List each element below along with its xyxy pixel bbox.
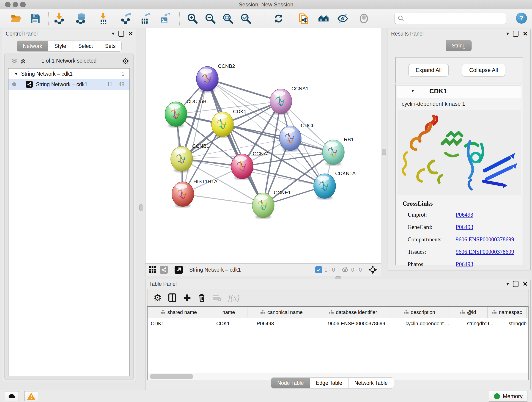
hide-selected-button[interactable]	[336, 12, 349, 25]
crosslink-link[interactable]: 9606.ENSP00000378699	[456, 249, 514, 255]
crosslink-link[interactable]: P06493	[456, 211, 473, 218]
cloud-status-button[interactable]	[5, 391, 19, 401]
network-node[interactable]: CDK1	[211, 109, 247, 138]
birdseye-grid-button[interactable]	[149, 266, 157, 274]
column-header-database-identifier[interactable]: database identifier	[316, 307, 390, 318]
network-options-gear-icon[interactable]: ⚙	[122, 56, 129, 66]
column-header-shared-name[interactable]: shared name	[147, 307, 210, 318]
delete-column-trash-icon[interactable]	[197, 293, 206, 302]
network-node[interactable]: RB1	[322, 137, 354, 166]
table-cell[interactable]: 9606.ENSP00000378699	[325, 321, 402, 327]
network-type-button[interactable]	[160, 266, 168, 274]
table-cell[interactable]: P06493	[253, 321, 325, 327]
export-image-button[interactable]	[158, 12, 171, 25]
crosslink-link[interactable]: P06493	[456, 224, 473, 230]
hidden-eye-icon[interactable]	[341, 266, 349, 274]
network-view-canvas[interactable]: CCNB2CCNA1CDC25BCDK1CDC6RB1CCNB1CCNA2CDK…	[145, 28, 381, 264]
left-splitter-handle[interactable]	[139, 204, 143, 211]
network-collection-row[interactable]: ▾ String Network – cdk1 1	[8, 69, 129, 79]
warnings-button[interactable]	[24, 391, 38, 401]
table-cell[interactable]: stringdb	[505, 321, 529, 327]
node-section-header[interactable]: ▾ CDK1	[397, 85, 521, 98]
panel-menu-icon[interactable]: ▾	[506, 31, 509, 36]
table-cell[interactable]: stringdb:9...	[464, 321, 505, 327]
network-edge[interactable]	[183, 194, 263, 205]
table-panel: Table Panel ▾ ✕ ⚙ f(x) shared namenameca…	[145, 279, 531, 390]
refresh-icon	[273, 13, 284, 24]
crosslink-link[interactable]: 9606.ENSP00000378699	[456, 236, 514, 243]
collapse-all-button[interactable]: Collapse All	[462, 64, 505, 76]
zoom-in-button[interactable]	[186, 12, 199, 25]
refresh-layout-button[interactable]	[272, 12, 285, 25]
close-panel-icon[interactable]: ✕	[523, 281, 528, 287]
tab-string[interactable]: String	[446, 40, 472, 51]
open-view-button[interactable]	[175, 266, 183, 274]
minimize-window-button[interactable]	[13, 2, 18, 7]
tab-style[interactable]: Style	[48, 41, 72, 51]
fit-crosshair-icon[interactable]	[368, 265, 377, 274]
panel-menu-icon[interactable]: ▾	[506, 281, 509, 287]
close-window-button[interactable]	[5, 2, 11, 7]
tab-select[interactable]: Select	[72, 41, 99, 51]
open-session-button[interactable]	[10, 12, 22, 25]
expand-all-button[interactable]: Expand All	[409, 64, 449, 76]
import-database-button[interactable]	[75, 12, 88, 25]
export-network-button[interactable]	[119, 12, 132, 25]
column-header-canonical-name[interactable]: canonical name	[247, 307, 316, 318]
column-header--id[interactable]: @id	[449, 307, 488, 318]
table-cell[interactable]: CDK1	[213, 321, 253, 327]
tab-network[interactable]: Network	[17, 41, 48, 51]
collection-expand-icon[interactable]: ▾	[15, 71, 17, 77]
create-column-plus-icon[interactable]	[183, 293, 191, 302]
home-views-button[interactable]	[317, 12, 330, 25]
scrollbar-thumb[interactable]	[150, 374, 193, 379]
network-node[interactable]: HIST1H1A	[172, 179, 217, 208]
zoom-out-button[interactable]	[204, 12, 217, 25]
column-header-namespac[interactable]: namespac	[488, 307, 527, 318]
network-row-selected[interactable]: String Network – cdk1 11 48	[8, 79, 129, 89]
tab-edge-table[interactable]: Edge Table	[310, 377, 348, 389]
section-collapse-icon[interactable]: ▾	[412, 88, 414, 94]
crosslink-row: Pharos:P06493	[408, 261, 425, 268]
close-panel-icon[interactable]: ✕	[523, 31, 528, 36]
search-input[interactable]	[406, 15, 504, 22]
zoom-selected-button[interactable]	[239, 12, 252, 25]
crosslink-link[interactable]: P06493	[456, 261, 473, 268]
show-all-button[interactable]	[357, 12, 370, 25]
memory-button[interactable]: Memory	[489, 391, 527, 402]
search-field[interactable]	[394, 13, 506, 24]
float-panel-icon[interactable]	[513, 281, 519, 287]
network-edge[interactable]	[207, 79, 281, 101]
network-node[interactable]: CCNB2	[196, 63, 235, 92]
panel-menu-icon[interactable]: ▾	[112, 31, 114, 36]
export-table-button[interactable]	[138, 12, 151, 25]
network-node[interactable]: CDC6	[279, 123, 315, 152]
help-button[interactable]: ?	[516, 13, 527, 24]
new-network-from-selection-button[interactable]	[297, 12, 310, 25]
network-node[interactable]: CCNA1	[270, 86, 309, 115]
tab-sets[interactable]: Sets	[99, 41, 122, 51]
maximize-window-button[interactable]	[20, 2, 26, 7]
column-header-name[interactable]: name	[210, 307, 247, 318]
float-panel-icon[interactable]	[119, 31, 124, 37]
tab-network-table[interactable]: Network Table	[348, 377, 394, 389]
zoom-fit-button[interactable]	[222, 12, 234, 25]
table-cell[interactable]: CDK1	[147, 321, 213, 327]
open-folder-icon	[10, 13, 22, 24]
close-panel-icon[interactable]: ✕	[128, 31, 133, 36]
table-cell[interactable]: cyclin-dependent ...	[402, 321, 464, 327]
tab-node-table[interactable]: Node Table	[271, 377, 310, 389]
save-session-button[interactable]	[29, 12, 42, 25]
network-node[interactable]: CDKN1A	[314, 171, 356, 200]
table-row[interactable]: CDK1CDK1P064939606.ENSP00000378699cyclin…	[147, 318, 528, 329]
selected-checkbox-icon[interactable]	[315, 266, 322, 273]
float-panel-icon[interactable]	[513, 31, 519, 37]
import-table-button[interactable]	[97, 12, 109, 25]
right-splitter-handle[interactable]	[382, 149, 386, 155]
column-header-description[interactable]: description	[390, 307, 449, 318]
show-columns-icon[interactable]	[168, 293, 177, 302]
control-panel-tabs: Network Style Select Sets	[17, 41, 122, 51]
table-settings-gear-icon[interactable]: ⚙	[153, 293, 162, 303]
import-network-button[interactable]	[53, 12, 65, 25]
network-edge[interactable]	[207, 79, 263, 205]
